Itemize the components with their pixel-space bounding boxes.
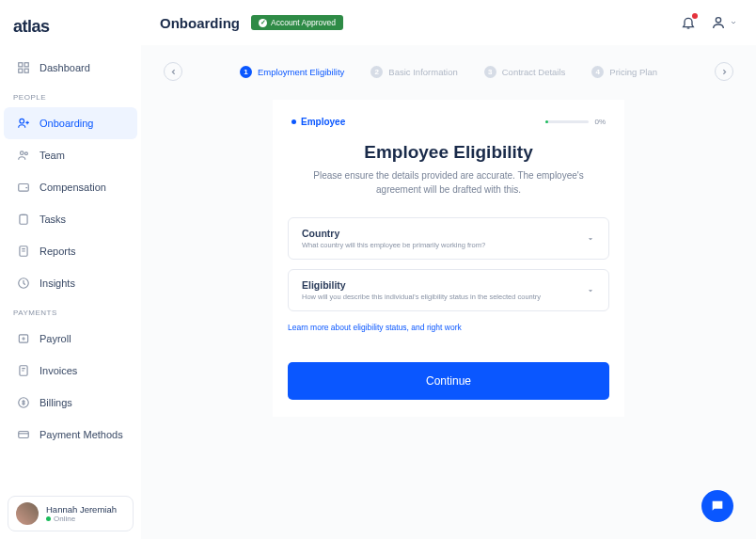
billing-icon <box>17 396 30 409</box>
check-icon: ✓ <box>259 19 267 27</box>
progress-indicator: 0% <box>545 118 606 126</box>
country-hint: What country will this employee be prima… <box>302 241 485 249</box>
main: Onboarding ✓ Account Approved <box>141 0 756 539</box>
nav-label: Reports <box>39 246 76 257</box>
country-select[interactable]: Country What country will this employee … <box>288 217 609 260</box>
sidebar-item-payment-methods[interactable]: Payment Methods <box>4 419 137 451</box>
sidebar-item-tasks[interactable]: Tasks <box>4 203 137 235</box>
card-title: Employee Eligibility <box>273 142 624 168</box>
status-badge: ✓ Account Approved <box>251 15 343 30</box>
nav-label: Invoices <box>39 365 77 376</box>
sidebar-item-onboarding[interactable]: Onboarding <box>4 107 137 139</box>
stepper-next-button[interactable] <box>715 62 733 81</box>
caret-down-icon <box>586 286 595 295</box>
user-icon <box>711 15 726 30</box>
eligibility-label: Eligibility <box>302 279 541 291</box>
notifications-button[interactable] <box>681 15 696 30</box>
nav-label: Onboarding <box>39 118 94 129</box>
svg-point-4 <box>20 119 24 123</box>
user-widget[interactable]: Hannah Jeremiah Online <box>8 496 134 531</box>
page-title: Onboarding <box>160 15 240 31</box>
step-contract-details[interactable]: 3Contract Details <box>484 66 566 78</box>
notification-dot-icon <box>692 13 698 19</box>
sidebar-item-invoices[interactable]: Invoices <box>4 355 137 387</box>
account-menu[interactable] <box>711 15 737 30</box>
stepper-prev-button[interactable] <box>164 62 182 81</box>
sidebar-item-team[interactable]: Team <box>4 139 137 171</box>
user-name: Hannah Jeremiah <box>46 504 117 515</box>
report-icon <box>17 245 30 258</box>
status-dot-icon <box>46 516 51 521</box>
sidebar-item-insights[interactable]: Insights <box>4 267 137 299</box>
chat-icon <box>710 499 725 514</box>
sidebar-item-payroll[interactable]: Payroll <box>4 323 137 355</box>
nav-label: Team <box>39 150 65 161</box>
content: 1Employment Eligibility 2Basic Informati… <box>141 45 756 539</box>
eligibility-hint: How will you describe this individual's … <box>302 293 541 301</box>
caret-down-icon <box>586 234 595 244</box>
continue-button[interactable]: Continue <box>288 362 609 400</box>
stepper: 1Employment Eligibility 2Basic Informati… <box>164 62 733 81</box>
section-payments: PAYMENTS <box>0 299 141 323</box>
nav-label: Insights <box>39 277 75 289</box>
clipboard-icon <box>17 213 30 226</box>
nav-label: Tasks <box>39 214 66 225</box>
side-nav: Dashboard PEOPLE Onboarding Team Compens… <box>0 52 141 488</box>
chat-fab[interactable] <box>701 490 733 522</box>
svg-point-6 <box>24 152 27 155</box>
sidebar: atlas Dashboard PEOPLE Onboarding Team C… <box>0 0 141 539</box>
nav-label: Billings <box>39 397 72 408</box>
sidebar-item-reports[interactable]: Reports <box>4 235 137 267</box>
svg-point-15 <box>716 18 720 23</box>
svg-point-5 <box>21 151 24 155</box>
insights-icon <box>17 277 30 290</box>
svg-rect-3 <box>24 69 28 72</box>
wallet-icon <box>17 181 30 194</box>
section-people: PEOPLE <box>0 84 141 107</box>
employee-tag: Employee <box>291 117 345 127</box>
grid-icon <box>17 61 30 74</box>
users-icon <box>17 149 30 162</box>
learn-more-link[interactable]: Learn more about eligibility status, and… <box>273 321 624 332</box>
brand-logo: atlas <box>0 17 141 52</box>
payroll-icon <box>17 332 30 345</box>
sidebar-item-compensation[interactable]: Compensation <box>4 171 137 203</box>
nav-label: Payment Methods <box>39 429 123 440</box>
sidebar-item-billings[interactable]: Billings <box>4 387 137 419</box>
chevron-down-icon <box>730 19 737 26</box>
user-plus-icon <box>17 117 30 130</box>
user-status: Online <box>46 515 117 523</box>
invoice-icon <box>17 364 30 377</box>
svg-rect-2 <box>19 69 23 72</box>
form-card: Employee 0% Employee Eligibility Please … <box>273 100 624 417</box>
svg-rect-0 <box>19 63 23 67</box>
chevron-right-icon <box>720 68 729 76</box>
nav-label: Dashboard <box>39 62 90 73</box>
avatar <box>16 502 39 525</box>
sidebar-item-dashboard[interactable]: Dashboard <box>4 52 137 84</box>
chevron-left-icon <box>169 68 178 76</box>
svg-rect-14 <box>19 432 29 438</box>
step-pricing-plan[interactable]: 4Pricing Plan <box>591 66 657 78</box>
card-icon <box>17 428 30 441</box>
card-subtitle: Please ensure the details provided are a… <box>273 168 624 217</box>
svg-rect-1 <box>24 63 28 67</box>
nav-label: Payroll <box>39 333 71 344</box>
step-employment-eligibility[interactable]: 1Employment Eligibility <box>240 66 344 78</box>
svg-rect-8 <box>20 214 27 224</box>
eligibility-select[interactable]: Eligibility How will you describe this i… <box>288 269 609 311</box>
step-basic-information[interactable]: 2Basic Information <box>370 66 457 78</box>
country-label: Country <box>302 228 485 239</box>
topbar: Onboarding ✓ Account Approved <box>141 0 756 45</box>
nav-label: Compensation <box>39 182 106 193</box>
